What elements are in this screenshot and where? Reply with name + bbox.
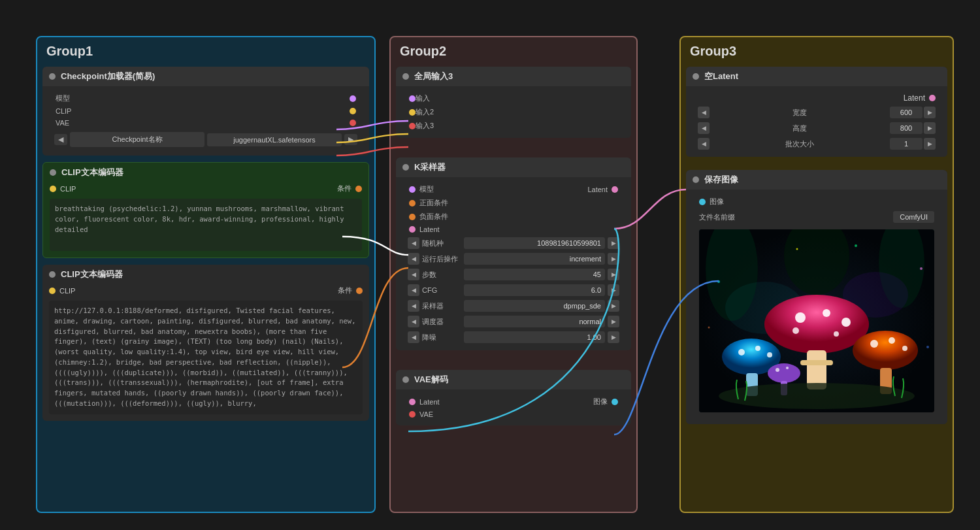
vae-image-label: 图像 bbox=[593, 397, 608, 406]
input3-in-dot[interactable] bbox=[409, 123, 416, 129]
scheduler-prev-btn[interactable]: ◀ bbox=[408, 316, 419, 327]
checkpoint-node: Checkpoint加载器(简易) 模型 CLIP VAE ◀ Checkpoi bbox=[42, 67, 369, 156]
after-next-btn[interactable]: ▶ bbox=[608, 253, 619, 265]
filename-value[interactable]: ComfyUI bbox=[893, 211, 934, 223]
clip-negative-cond-out[interactable] bbox=[356, 288, 363, 294]
clip-negative-title: CLIP文本编码器 bbox=[61, 269, 363, 280]
svg-point-26 bbox=[786, 367, 789, 369]
batch-controls: 1 ▶ bbox=[890, 138, 936, 150]
scheduler-value[interactable]: normal bbox=[464, 316, 605, 327]
vae-output-dot[interactable] bbox=[350, 120, 356, 126]
ksampler-neg-in[interactable] bbox=[409, 214, 416, 220]
vae-vae-in[interactable] bbox=[409, 411, 416, 418]
cfg-label: CFG bbox=[422, 286, 461, 294]
steps-next-btn[interactable]: ▶ bbox=[608, 269, 619, 280]
cfg-prev-btn[interactable]: ◀ bbox=[408, 284, 419, 296]
width-value[interactable]: 600 bbox=[890, 107, 923, 118]
ksampler-negative-row: 负面条件 bbox=[402, 210, 625, 224]
width-label: 宽度 bbox=[792, 108, 807, 118]
svg-point-29 bbox=[717, 280, 720, 283]
cfg-value[interactable]: 6.0 bbox=[464, 284, 605, 296]
ksampler-positive-row: 正面条件 bbox=[402, 196, 625, 210]
ksampler-latent-in[interactable] bbox=[409, 226, 416, 233]
seed-prev-btn[interactable]: ◀ bbox=[408, 237, 419, 249]
vae-vae-row: VAE bbox=[402, 408, 625, 420]
global-input-body: 输入 输入2 输入3 bbox=[396, 86, 631, 138]
steps-prev-btn[interactable]: ◀ bbox=[408, 269, 419, 280]
height-prev-btn[interactable]: ◀ bbox=[698, 122, 710, 134]
checkpoint-next-btn[interactable]: ▶ bbox=[344, 134, 357, 145]
input2-in-dot[interactable] bbox=[409, 109, 416, 116]
clip-negative-text[interactable]: http://127.0.0.1:8188/deformed, disfigur… bbox=[49, 301, 363, 414]
height-next-btn[interactable]: ▶ bbox=[924, 122, 936, 134]
scheduler-row: ◀ 调度器 normal ▶ bbox=[402, 314, 625, 329]
clip-positive-clip-in[interactable] bbox=[50, 186, 56, 192]
latent-out-dot[interactable] bbox=[929, 95, 936, 101]
clip-port-label: CLIP bbox=[56, 107, 71, 115]
vae-image-out[interactable] bbox=[612, 399, 618, 405]
width-prev-btn[interactable]: ◀ bbox=[698, 107, 710, 118]
clip-negative-clip-in[interactable] bbox=[49, 288, 56, 294]
svg-point-24 bbox=[768, 363, 800, 383]
sampler-value[interactable]: dpmpp_sde bbox=[464, 300, 605, 312]
denoise-value[interactable]: 1.00 bbox=[464, 331, 605, 343]
batch-next-btn[interactable]: ▶ bbox=[924, 138, 936, 150]
clip-negative-node: CLIP文本编码器 CLIP 条件 http://127.0.0.1:8188/… bbox=[42, 265, 369, 421]
ksampler-node: K采样器 模型 Latent 正面条件 bbox=[396, 157, 631, 350]
group2-title: Group2 bbox=[396, 42, 631, 60]
denoise-label: 降噪 bbox=[422, 333, 461, 342]
batch-value[interactable]: 1 bbox=[890, 138, 923, 150]
after-prev-btn[interactable]: ◀ bbox=[408, 253, 419, 265]
empty-latent-body: Latent ◀ 宽度 600 ▶ ◀ 高度 800 bbox=[686, 86, 947, 157]
model-output-dot[interactable] bbox=[350, 95, 356, 102]
vae-decode-body: Latent 图像 VAE bbox=[396, 389, 631, 425]
denoise-next-btn[interactable]: ▶ bbox=[608, 331, 619, 343]
save-image-in[interactable] bbox=[699, 199, 706, 205]
ksampler-latent-label: Latent bbox=[419, 225, 440, 233]
clip-negative-port-row: CLIP 条件 bbox=[42, 284, 369, 297]
svg-point-32 bbox=[855, 244, 857, 247]
seed-next-btn[interactable]: ▶ bbox=[608, 237, 619, 249]
clip-output-dot[interactable] bbox=[350, 108, 356, 114]
sampler-next-btn[interactable]: ▶ bbox=[608, 300, 619, 312]
empty-latent-header: 空Latent bbox=[686, 67, 947, 86]
clip-negative-cond-label: 条件 bbox=[338, 286, 352, 295]
clip-positive-cond-out[interactable] bbox=[355, 186, 362, 192]
input1-in-dot[interactable] bbox=[409, 95, 416, 102]
clip-positive-port-row: CLIP 条件 bbox=[43, 182, 368, 195]
ksampler-title: K采样器 bbox=[414, 161, 625, 173]
checkpoint-value[interactable]: juggernautXL.safetensors bbox=[207, 133, 342, 146]
denoise-prev-btn[interactable]: ◀ bbox=[408, 331, 419, 343]
width-row: ◀ 宽度 600 ▶ bbox=[693, 105, 941, 120]
save-image-body: 图像 文件名前缀 ComfyUI bbox=[686, 190, 947, 424]
input1-label: 输入 bbox=[416, 93, 430, 103]
input2-port-row: 输入2 bbox=[402, 105, 625, 119]
ksampler-negative-label: 负面条件 bbox=[419, 212, 448, 222]
svg-point-19 bbox=[853, 331, 918, 370]
vae-latent-in[interactable] bbox=[409, 399, 416, 405]
vae-latent-row: Latent 图像 bbox=[402, 395, 625, 408]
vae-vae-label: VAE bbox=[419, 410, 433, 418]
scheduler-next-btn[interactable]: ▶ bbox=[608, 316, 619, 327]
width-next-btn[interactable]: ▶ bbox=[924, 107, 936, 118]
svg-point-21 bbox=[889, 337, 895, 344]
steps-value[interactable]: 45 bbox=[464, 269, 605, 280]
clip-positive-text[interactable]: breathtaking (psychedelic:1.2), yunnan m… bbox=[50, 199, 362, 251]
checkpoint-selector-row: ◀ Checkpoint名称 juggernautXL.safetensors … bbox=[49, 129, 363, 150]
batch-prev-btn[interactable]: ◀ bbox=[698, 138, 710, 150]
svg-point-31 bbox=[796, 248, 798, 250]
ksampler-model-in[interactable] bbox=[409, 186, 416, 193]
after-value[interactable]: increment bbox=[464, 253, 605, 265]
checkpoint-prev-btn[interactable]: ◀ bbox=[54, 134, 67, 145]
svg-point-34 bbox=[926, 346, 929, 348]
ksampler-pos-in[interactable] bbox=[409, 200, 416, 207]
ksampler-latent-out[interactable] bbox=[612, 186, 618, 193]
sampler-prev-btn[interactable]: ◀ bbox=[408, 300, 419, 312]
image-container bbox=[693, 225, 941, 419]
height-value[interactable]: 800 bbox=[890, 122, 923, 134]
svg-point-30 bbox=[920, 267, 923, 270]
model-port-label: 模型 bbox=[56, 93, 70, 103]
seed-value[interactable]: 1089819610599801 bbox=[464, 237, 605, 249]
cfg-next-btn[interactable]: ▶ bbox=[608, 284, 619, 296]
global-input-header: 全局输入3 bbox=[396, 67, 631, 86]
